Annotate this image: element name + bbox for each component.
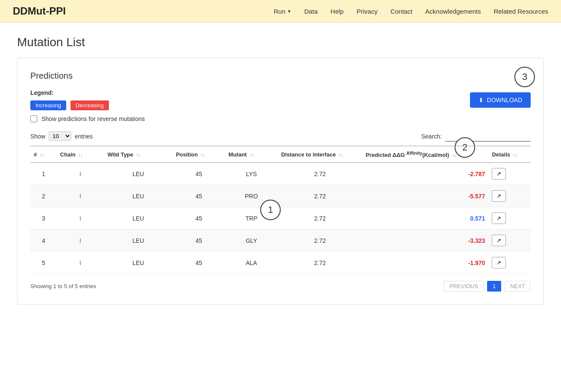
show-entries: Show 10 25 50 100 entries [30, 131, 93, 141]
sort-icon-wt[interactable]: ↑↓ [136, 153, 140, 157]
cell-num: 4 [30, 230, 57, 252]
showing-text: Showing 1 to 5 of 5 entries [30, 283, 96, 289]
predictions-title: Predictions [30, 71, 531, 81]
cell-wildtype: LEU [104, 185, 172, 207]
page-title: Mutation List [17, 35, 544, 49]
sort-icon-num[interactable]: ↑↓ [40, 153, 44, 157]
external-link-icon: ↗ [496, 237, 501, 244]
table-row: 5 I LEU 45 ALA 2.72 -1.970 ↗ [30, 252, 531, 274]
chain-link[interactable]: I [79, 215, 81, 222]
cell-position: 45 [173, 207, 225, 230]
cell-distance: 2.72 [278, 252, 362, 274]
cell-chain: I [57, 252, 104, 274]
cell-predicted: -5.577 [362, 185, 489, 207]
table-row: 2 I LEU 45 PRO 2.72 -5.577 ↗ [30, 185, 531, 207]
col-header-chain[interactable]: Chain ↑↓ [57, 146, 104, 163]
cell-num: 5 [30, 252, 57, 274]
sort-icon-details[interactable]: ↑↓ [513, 153, 517, 157]
page-content: Mutation List 3 Predictions ⬇ DOWNLOAD L… [0, 23, 561, 318]
run-dropdown-icon[interactable]: ▼ [287, 9, 291, 14]
cell-wildtype: LEU [104, 252, 172, 274]
show-label: Show [30, 133, 45, 140]
details-button[interactable]: ↗ [492, 212, 506, 224]
step-badge-3: 3 [514, 67, 535, 87]
cell-position: 45 [173, 252, 225, 274]
chain-link[interactable]: I [79, 193, 81, 200]
sort-icon-chain[interactable]: ↑↓ [78, 153, 82, 157]
nav-acknowledgements-link[interactable]: Acknowledgements [425, 8, 481, 15]
chain-link[interactable]: I [79, 237, 81, 244]
cell-details: ↗ [488, 163, 531, 185]
sort-icon-position[interactable]: ↑↓ [201, 153, 205, 157]
cell-wildtype: LEU [104, 207, 172, 230]
external-link-icon: ↗ [496, 171, 501, 177]
col-header-num[interactable]: # ↑↓ [30, 146, 57, 163]
nav-help-link[interactable]: Help [331, 8, 344, 15]
download-button[interactable]: ⬇ DOWNLOAD [470, 92, 531, 108]
table-header: # ↑↓ Chain ↑↓ Wild Type ↑↓ Position ↑↓ M [30, 146, 531, 163]
cell-position: 45 [173, 230, 225, 252]
table-row: 4 I LEU 45 GLY 2.72 -3.323 ↗ [30, 230, 531, 252]
cell-position: 45 [173, 185, 225, 207]
cell-num: 3 [30, 207, 57, 230]
download-label: DOWNLOAD [487, 97, 522, 103]
legend-section: Legend: Increasing Decreasing Show predi… [30, 89, 531, 122]
chain-link[interactable]: I [79, 259, 81, 266]
col-header-wt[interactable]: Wild Type ↑↓ [104, 146, 172, 163]
cell-distance: 2.72 [278, 207, 362, 230]
table-body: 1 I LEU 45 LYS 2.72 -2.787 ↗ 2 I LEU 45 … [30, 163, 531, 274]
predictions-card: 3 Predictions ⬇ DOWNLOAD Legend: Increas… [17, 58, 544, 305]
cell-position: 45 [173, 163, 225, 185]
legend-label: Legend: [30, 89, 531, 96]
nav-related-link[interactable]: Related Resources [493, 8, 548, 15]
legend-badges: Increasing Decreasing [30, 100, 531, 110]
entries-label: entries [75, 133, 93, 140]
badge-increasing: Increasing [30, 100, 66, 110]
cell-chain: I [57, 207, 104, 230]
cell-predicted: -2.787 [362, 163, 489, 185]
col-header-details[interactable]: Details ↑↓ [488, 146, 531, 163]
page-1-button[interactable]: 1 [487, 281, 501, 292]
sort-icon-mutant[interactable]: ↑↓ [250, 153, 254, 157]
col-header-distance[interactable]: Distance to interface ↑↓ [278, 146, 362, 163]
entries-select[interactable]: 10 25 50 100 [49, 131, 71, 141]
table-row: 1 I LEU 45 LYS 2.72 -2.787 ↗ [30, 163, 531, 185]
nav-run-link[interactable]: Run [273, 8, 285, 15]
table-wrapper: 2 # ↑↓ Chain ↑↓ Wild Type ↑↓ [30, 146, 531, 274]
cell-num: 1 [30, 163, 57, 185]
chain-link[interactable]: I [79, 171, 81, 177]
cell-details: ↗ [488, 207, 531, 230]
external-link-icon: ↗ [496, 215, 501, 221]
cell-distance: 2.72 [278, 185, 362, 207]
nav-data-link[interactable]: Data [304, 8, 318, 15]
main-nav: Run ▼ Data Help Privacy Contact Acknowle… [273, 8, 548, 15]
pagination-controls: PREVIOUS 1 NEXT [444, 281, 531, 292]
search-section: Search: [421, 131, 531, 141]
reverse-mutations-row: Show predictions for reverse mutations [30, 115, 531, 122]
details-button[interactable]: ↗ [492, 235, 506, 246]
nav-run[interactable]: Run ▼ [273, 8, 291, 15]
reverse-mutations-label: Show predictions for reverse mutations [41, 115, 145, 122]
details-button[interactable]: ↗ [492, 257, 506, 268]
previous-button[interactable]: PREVIOUS [444, 281, 484, 292]
pagination-row: Showing 1 to 5 of 5 entries PREVIOUS 1 N… [30, 281, 531, 292]
search-label: Search: [421, 133, 442, 140]
sort-icon-distance[interactable]: ↑↓ [339, 153, 343, 157]
next-button[interactable]: NEXT [505, 281, 531, 292]
col-header-mutant[interactable]: Mutant ↑↓ [225, 146, 278, 163]
cell-details: ↗ [488, 230, 531, 252]
details-button[interactable]: ↗ [492, 168, 506, 180]
nav-contact-link[interactable]: Contact [391, 8, 413, 15]
sort-icon-predicted[interactable]: ↑↓ [452, 153, 456, 158]
cell-details: ↗ [488, 252, 531, 274]
reverse-mutations-checkbox[interactable] [30, 115, 37, 122]
step-badge-1: 1 [260, 200, 281, 220]
cell-predicted: -1.970 [362, 252, 489, 274]
table-controls: Show 10 25 50 100 entries Search: [30, 131, 531, 141]
cell-wildtype: LEU [104, 163, 172, 185]
col-header-position[interactable]: Position ↑↓ [173, 146, 225, 163]
external-link-icon: ↗ [496, 259, 501, 266]
nav-privacy-link[interactable]: Privacy [356, 8, 377, 15]
details-button[interactable]: ↗ [492, 190, 506, 202]
col-header-predicted[interactable]: Predicted ΔΔG Affinity(Kcal/mol) ↑↓ [362, 146, 489, 163]
